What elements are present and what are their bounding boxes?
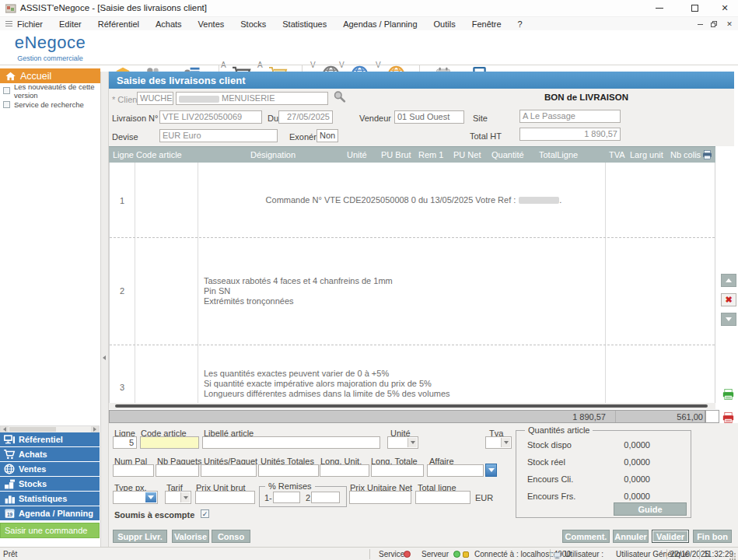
row-move-down-button[interactable] (721, 313, 736, 326)
total-ht-field[interactable]: 1 890,57 (519, 128, 621, 141)
valider-button[interactable]: Valider (652, 530, 689, 543)
status-ready: Prêt (3, 550, 17, 558)
affaire-input[interactable] (427, 464, 484, 477)
conso-button[interactable]: Conso (212, 530, 250, 543)
chevron-down-icon[interactable] (180, 492, 190, 502)
status-user-label: Utilisateur : (565, 550, 603, 558)
sidebar-item-accueil[interactable]: Accueil (0, 68, 100, 83)
print-green-icon[interactable] (722, 388, 735, 402)
livraison-no-field[interactable]: VTE LIV2025050069 (159, 110, 262, 124)
menu-fichier[interactable]: Fichier (17, 19, 43, 29)
affaire-lookup-button[interactable] (485, 464, 497, 477)
chevron-down-icon[interactable] (501, 438, 510, 447)
unite-select[interactable] (387, 436, 418, 449)
mdi-restore-button[interactable] (707, 21, 721, 27)
monitor-icon (0, 434, 19, 445)
quantity-sum: 561,00 (621, 412, 703, 422)
sidebar-link-recherche[interactable]: Service de recherche (0, 99, 100, 110)
scroll-right-icon[interactable] (91, 426, 99, 432)
app-logo: eNegoce Gestion commerciale (0, 33, 100, 62)
grid-row-1[interactable]: 1 Commande N° VTE CDE2025050008 0 du 13/… (110, 163, 715, 238)
suppr-livr-button[interactable]: Suppr Livr. (113, 530, 167, 543)
date-field[interactable]: 27/05/2025 (278, 110, 333, 124)
designation-cell: Tasseaux rabotés 4 faces et 4 chanfreins… (204, 238, 624, 345)
prix-unitaire-net-input[interactable] (349, 491, 411, 504)
mdi-minimize-button[interactable] (693, 19, 707, 29)
menu-editer[interactable]: Editer (59, 19, 82, 29)
tarif-select[interactable] (165, 491, 191, 504)
menu-statistiques[interactable]: Statistiques (282, 19, 327, 29)
ligne-field[interactable]: 5 (113, 436, 137, 449)
logo-tagline: Gestion commerciale (0, 54, 100, 62)
sidebar-nav-stocks[interactable]: Stocks (0, 477, 100, 491)
unites-paquet-input[interactable] (201, 464, 257, 477)
sidebar-nav-statistiques[interactable]: Statistiques (0, 492, 100, 506)
menu-achats[interactable]: Achats (156, 19, 182, 29)
window-maximize-button[interactable] (683, 0, 706, 16)
chevron-down-icon[interactable] (145, 492, 156, 502)
comment-button[interactable]: Comment. (562, 530, 610, 543)
tva-select[interactable] (485, 436, 512, 449)
grid-print-icon[interactable] (702, 149, 712, 162)
site-field[interactable]: A Le Passage (519, 110, 621, 123)
scroll-left-icon[interactable] (1, 426, 9, 432)
prix-unit-brut-input[interactable] (195, 491, 255, 504)
valorise-button[interactable]: Valorise (172, 530, 209, 543)
grid-row-3[interactable]: 3 Les quantités exactes peuvent varier d… (110, 345, 715, 403)
globe-icon (0, 464, 19, 474)
total-ligne-input[interactable] (415, 491, 470, 504)
window-minimize-button[interactable] (648, 0, 671, 16)
row-delete-button[interactable]: ✖ (721, 293, 736, 306)
resize-grip[interactable] (729, 552, 736, 560)
libelle-article-input[interactable] (202, 436, 380, 449)
col-rem1: Rem 1 (418, 150, 443, 159)
grid-horizontal-scrollbar[interactable] (109, 403, 715, 409)
row-move-up-button[interactable] (721, 274, 736, 287)
unites-totales-input[interactable] (258, 464, 319, 477)
type-px-select[interactable] (113, 491, 158, 504)
menu-agendas-planning[interactable]: Agendas / Planning (343, 19, 417, 29)
window-close-button[interactable]: ✕ (713, 0, 736, 16)
sidebar-nav-ventes[interactable]: Ventes (0, 462, 100, 476)
client-name-field[interactable]: MENUISERIE (176, 92, 328, 105)
calendar-icon: 19 (0, 508, 19, 519)
search-icon[interactable] (333, 90, 346, 105)
menu-ventes[interactable]: Ventes (198, 19, 225, 29)
scrollbar-thumb[interactable] (115, 404, 708, 408)
sidebar-link-nouveautes[interactable]: Les nouveautés de cette version (0, 85, 100, 96)
remise2-input[interactable] (311, 492, 340, 503)
menu-help[interactable]: ? (518, 19, 523, 29)
sidebar-collapse-strip[interactable] (100, 72, 109, 547)
exonere-field[interactable]: Non (317, 129, 338, 142)
remises-group-label: % Remises (265, 481, 315, 491)
long-unit-input[interactable] (320, 464, 369, 477)
sidebar-nav-achats[interactable]: Achats (0, 447, 100, 461)
mdi-system-menu-icon[interactable] (0, 19, 17, 28)
saisir-commande-button[interactable]: Saisir une commande (0, 523, 100, 538)
long-totale-input[interactable] (371, 464, 424, 477)
nb-paquets-input[interactable] (156, 464, 199, 477)
vendeur-field[interactable]: 01 Sud Ouest (394, 110, 464, 124)
totals-empty-cell (705, 410, 719, 423)
code-article-input[interactable] (140, 436, 199, 449)
escompte-checkbox[interactable]: ✓ (201, 509, 209, 518)
remise1-input[interactable] (273, 492, 300, 503)
grid-row-2[interactable]: 2 Tasseaux rabotés 4 faces et 4 chanfrei… (110, 238, 715, 345)
sidebar-nav-agenda-planning[interactable]: 19 Agenda / Planning (0, 506, 100, 520)
num-pal-input[interactable] (113, 464, 154, 477)
fin-bon-button[interactable]: Fin bon (693, 530, 732, 543)
annuler-button[interactable]: Annuler (613, 530, 649, 543)
sidebar-nav-referentiel[interactable]: Référentiel (0, 432, 100, 446)
menu-fenetre[interactable]: Fenêtre (472, 19, 502, 29)
mdi-close-button[interactable]: ✕ (721, 20, 738, 28)
devise-field[interactable]: EUR Euro (159, 129, 278, 142)
menu-outils[interactable]: Outils (434, 19, 456, 29)
menu-stocks[interactable]: Stocks (240, 19, 266, 29)
client-code-field[interactable]: WUCHER (137, 92, 173, 105)
computer-icon (554, 551, 562, 560)
chevron-down-icon[interactable] (407, 438, 417, 447)
guide-button[interactable]: Guide (614, 502, 687, 516)
scrollbar-thumb[interactable] (9, 427, 56, 432)
logo-text: eNegoce (0, 33, 100, 53)
menu-referentiel[interactable]: Référentiel (98, 19, 139, 29)
